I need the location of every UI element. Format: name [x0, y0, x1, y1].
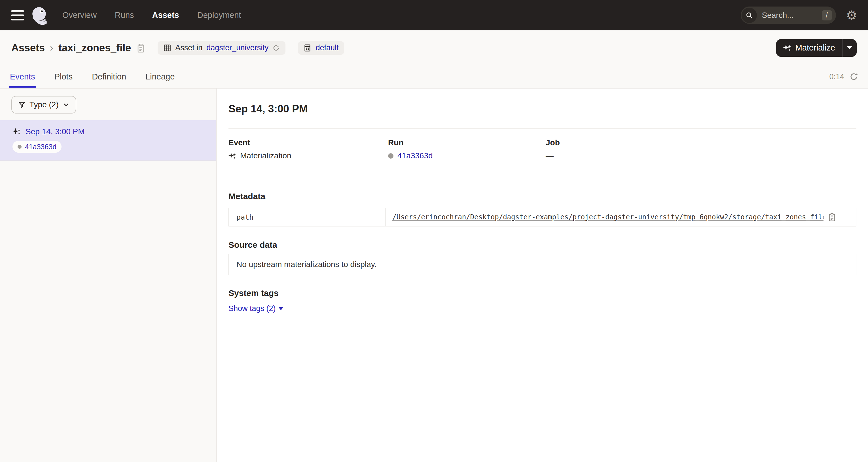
materialize-label: Materialize [796, 43, 835, 53]
job-empty-value: — [546, 151, 554, 160]
nav-item-assets[interactable]: Assets [152, 10, 179, 20]
asset-grid-icon [163, 44, 171, 52]
materialization-sparkle-icon [783, 44, 792, 52]
tab-plots[interactable]: Plots [54, 65, 73, 88]
run-id-link[interactable]: 41a3363d [397, 151, 433, 160]
run-id-label: 41a3363d [25, 143, 56, 151]
metadata-end-cell [843, 208, 856, 226]
materialize-dropdown-button[interactable] [842, 39, 857, 57]
dagster-logo-icon[interactable] [31, 6, 49, 25]
detail-divider [228, 128, 857, 128]
source-data-heading: Source data [228, 240, 857, 250]
materialization-sparkle-icon [228, 152, 236, 160]
show-tags-toggle[interactable]: Show tags (2) [228, 304, 283, 313]
materialize-button[interactable]: Materialize [776, 43, 842, 53]
metadata-value-cell: /Users/erincochran/Desktop/dagster-examp… [385, 208, 843, 226]
system-tags-heading: System tags [228, 288, 857, 298]
chevron-down-icon [63, 101, 69, 108]
event-timestamp: Sep 14, 3:00 PM [26, 127, 85, 136]
refresh-countdown: 0:14 [829, 73, 844, 81]
caret-down-icon [279, 307, 283, 310]
tab-events[interactable]: Events [9, 65, 36, 88]
copy-asset-name-icon[interactable] [136, 43, 145, 53]
search-input[interactable] [757, 11, 822, 20]
event-detail-panel: Sep 14, 3:00 PM Event Materializatio [217, 89, 868, 462]
source-data-box: No upstream materializations to display. [228, 254, 857, 275]
caret-down-icon [847, 46, 852, 49]
dagster-app: Overview Runs Assets Deployment / ⚙ Asse… [0, 0, 868, 462]
run-column-label: Run [388, 138, 546, 147]
tab-definition[interactable]: Definition [91, 65, 127, 88]
group-default-link[interactable]: default [315, 44, 338, 52]
breadcrumb-assets[interactable]: Assets [11, 42, 45, 54]
nav-item-overview[interactable]: Overview [62, 10, 97, 20]
type-filter-button[interactable]: Type (2) [11, 96, 76, 114]
metadata-heading: Metadata [228, 192, 857, 201]
group-pill: default [298, 41, 344, 55]
asset-header-row: Assets › taxi_zones_file Asset in dagste… [0, 30, 868, 65]
metadata-table: path /Users/erincochran/Desktop/dagster-… [228, 208, 857, 227]
copy-path-icon[interactable] [828, 212, 836, 222]
top-header: Overview Runs Assets Deployment / ⚙ [0, 0, 868, 30]
materialization-sparkle-icon [12, 127, 21, 136]
asset-group-pill: Asset in dagster_university [158, 41, 285, 55]
global-search[interactable]: / [741, 6, 836, 24]
primary-nav: Overview Runs Assets Deployment [62, 10, 241, 20]
source-data-empty-message: No upstream materializations to display. [237, 260, 376, 269]
code-location-link[interactable]: dagster_university [206, 44, 269, 52]
event-type-value: Materialization [240, 151, 291, 160]
run-status-dot [388, 153, 394, 158]
run-status-dot [18, 145, 22, 149]
metadata-path-link[interactable]: /Users/erincochran/Desktop/dagster-examp… [392, 213, 824, 221]
asset-tabs: Events Plots Definition Lineage 0:14 [0, 65, 868, 89]
breadcrumb-separator: › [50, 42, 53, 54]
asset-group-prefix: Asset in [175, 44, 203, 52]
metadata-key-cell: path [229, 208, 385, 226]
group-grid-icon [304, 44, 312, 52]
event-column-label: Event [228, 138, 388, 147]
job-column-label: Job [546, 138, 857, 147]
show-tags-label: Show tags (2) [228, 304, 276, 313]
refresh-icon[interactable] [849, 72, 858, 81]
events-sidebar: Type (2) [0, 89, 217, 462]
run-id-chip[interactable]: 41a3363d [12, 141, 62, 153]
tab-lineage[interactable]: Lineage [145, 65, 176, 88]
type-filter-label: Type (2) [29, 100, 59, 109]
materialize-split-button: Materialize [776, 39, 857, 57]
settings-gear-icon[interactable]: ⚙ [846, 9, 857, 22]
search-icon [742, 8, 757, 23]
menu-icon[interactable] [11, 10, 24, 21]
event-list-item-selected[interactable]: Sep 14, 3:00 PM 41a3363d [0, 120, 216, 161]
nav-item-runs[interactable]: Runs [115, 10, 134, 20]
reload-location-icon[interactable] [272, 44, 280, 52]
filter-funnel-icon [18, 101, 26, 108]
event-detail-title: Sep 14, 3:00 PM [228, 103, 857, 115]
search-shortcut-badge: / [822, 10, 832, 21]
nav-item-deployment[interactable]: Deployment [197, 10, 241, 20]
breadcrumb-asset-name: taxi_zones_file [58, 42, 131, 54]
